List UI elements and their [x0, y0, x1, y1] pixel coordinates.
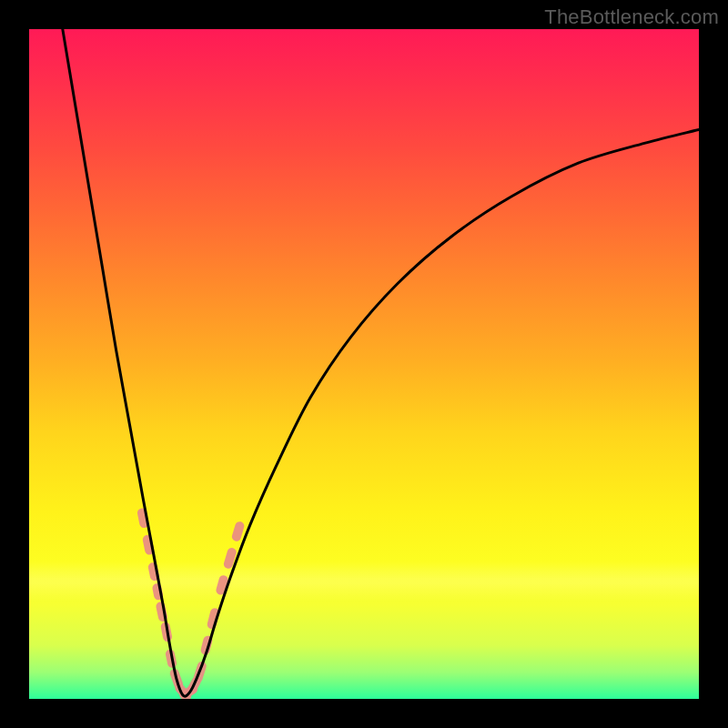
attribution-text: TheBottleneck.com	[544, 5, 719, 29]
marker-layer	[136, 508, 245, 699]
outer-frame: TheBottleneck.com	[0, 0, 728, 728]
chart-svg	[29, 29, 699, 699]
plot-area	[29, 29, 699, 699]
